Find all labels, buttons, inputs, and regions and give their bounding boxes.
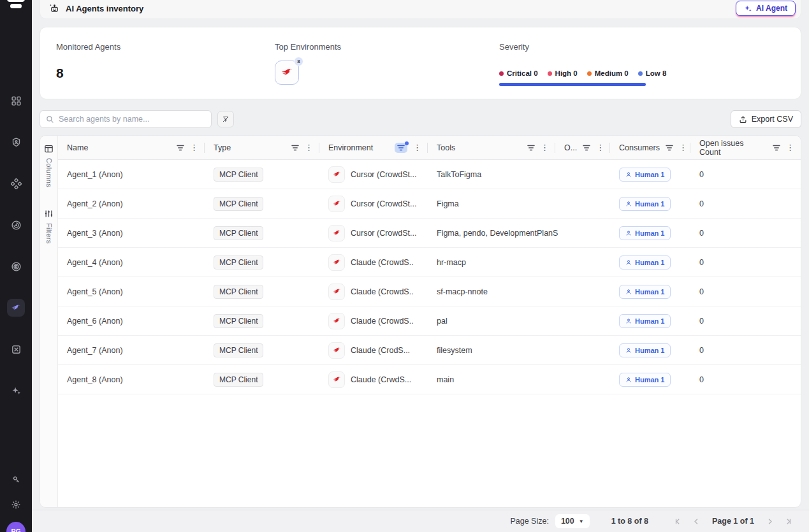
cell-consumers: Human 1	[610, 255, 690, 270]
cell-consumers: Human 1	[610, 285, 690, 299]
column-menu-icon[interactable]: ⋮	[413, 143, 421, 152]
cell-name: Agent_5 (Anon)	[58, 287, 205, 296]
falcon-icon	[328, 196, 345, 212]
sidebar-item-mesh[interactable]	[7, 340, 25, 358]
sidebar-item-dashboard[interactable]	[7, 92, 25, 110]
column-menu-icon[interactable]: ⋮	[190, 143, 198, 152]
table-toolbar: Export CSV	[40, 110, 801, 129]
ai-agents-falcon-icon	[10, 302, 22, 313]
cell-open-issues: 0	[690, 229, 801, 238]
tab-filters[interactable]: Filters	[44, 209, 54, 244]
tab-columns[interactable]: Columns	[44, 144, 54, 187]
ai-agent-button-label: AI Agent	[756, 4, 787, 13]
clear-filter-button[interactable]	[217, 111, 234, 127]
cell-environment: Claude (CrwdS...	[319, 371, 428, 388]
ai-agent-button[interactable]: AI Agent	[736, 1, 796, 16]
type-badge: MCP Client	[214, 197, 263, 211]
cell-type: MCP Client	[205, 373, 319, 387]
cell-tools: filesystem	[428, 346, 555, 355]
column-header-tools[interactable]: Tools ⋮	[428, 136, 555, 159]
severity-bar	[499, 83, 646, 86]
consumer-badge[interactable]: Human 1	[619, 314, 671, 328]
filter-icon[interactable]	[177, 145, 184, 151]
sidebar-item-radar[interactable]	[7, 216, 25, 234]
cell-environment: Claude (CrowdS..	[319, 284, 428, 300]
consumer-badge[interactable]: Human 1	[619, 197, 671, 211]
cell-tools: hr-macp	[428, 258, 555, 267]
consumer-badge[interactable]: Human 1	[619, 285, 671, 299]
consumer-badge[interactable]: Human 1	[619, 168, 671, 182]
cell-tools: pal	[428, 317, 555, 326]
cell-type: MCP Client	[205, 197, 319, 211]
person-icon	[625, 259, 632, 266]
cell-name: Agent_8 (Anon)	[58, 375, 205, 384]
column-header-environment[interactable]: Environment ⋮	[319, 136, 428, 159]
sidebar-item-policies[interactable]	[7, 257, 25, 275]
page-size-select[interactable]: 100▼	[555, 514, 590, 528]
sidebar-item-ai-agents[interactable]	[7, 299, 25, 317]
falcon-icon	[328, 371, 345, 388]
severity-dot-icon	[638, 71, 643, 76]
column-header-type[interactable]: Type ⋮	[205, 136, 319, 159]
consumer-badge[interactable]: Human 1	[619, 373, 671, 387]
person-icon	[625, 289, 632, 295]
settings-gear-icon[interactable]	[8, 496, 24, 513]
table-row[interactable]: Agent_7 (Anon) MCP Client Claude (CrodS.…	[58, 336, 801, 365]
environment-count-badge: 8	[294, 57, 303, 66]
filter-icon[interactable]	[666, 145, 673, 151]
consumer-badge[interactable]: Human 1	[619, 226, 671, 240]
table-side-rail: Columns Filters	[40, 136, 58, 507]
type-badge: MCP Client	[214, 314, 263, 328]
cell-consumers: Human 1	[610, 314, 690, 328]
cell-name: Agent_2 (Anon)	[58, 199, 205, 208]
column-menu-icon[interactable]: ⋮	[596, 143, 604, 152]
column-menu-icon[interactable]: ⋮	[305, 143, 313, 152]
table-row[interactable]: Agent_8 (Anon) MCP Client Claude (CrwdS.…	[58, 365, 801, 394]
tab-filters-label: Filters	[45, 223, 53, 244]
consumer-badge[interactable]: Human 1	[619, 343, 671, 357]
filter-active-icon[interactable]	[395, 143, 407, 153]
cell-type: MCP Client	[205, 226, 319, 240]
column-header-open-issues[interactable]: Open issues Count ⋮	[690, 136, 801, 159]
policies-record-icon	[11, 261, 22, 272]
environment-tile[interactable]: 8	[275, 61, 299, 85]
user-avatar[interactable]: RG	[6, 522, 26, 532]
table-row[interactable]: Agent_2 (Anon) MCP Client Cursor (CrowdS…	[58, 189, 801, 219]
table-row[interactable]: Agent_5 (Anon) MCP Client Claude (CrowdS…	[58, 277, 801, 306]
consumer-badge[interactable]: Human 1	[619, 255, 671, 270]
api-key-icon[interactable]	[8, 471, 24, 487]
first-page-icon[interactable]	[674, 517, 682, 526]
sidebar-item-ai-tools[interactable]	[7, 382, 25, 399]
sidebar-item-integrations[interactable]	[7, 175, 25, 192]
type-badge: MCP Client	[214, 168, 263, 182]
column-header-consumers[interactable]: Consumers ⋮	[610, 136, 690, 159]
export-csv-button[interactable]: Export CSV	[731, 110, 801, 128]
falcon-icon	[280, 66, 294, 80]
cell-open-issues: 0	[690, 170, 801, 179]
next-page-icon[interactable]	[766, 517, 774, 526]
prev-page-icon[interactable]	[692, 517, 701, 526]
cell-environment: Cursor (CrowdSt...	[319, 225, 428, 241]
column-menu-icon[interactable]: ⋮	[786, 143, 794, 152]
cell-open-issues: 0	[690, 287, 801, 296]
table-row[interactable]: Agent_1 (Anon) MCP Client Cursor (CrowdS…	[58, 160, 801, 189]
column-menu-icon[interactable]: ⋮	[541, 143, 549, 152]
cell-environment: Cursor (CrowdSt...	[319, 166, 428, 183]
column-menu-icon[interactable]: ⋮	[679, 143, 687, 152]
column-header-o[interactable]: O... ⋮	[555, 136, 610, 159]
sidebar: RG	[0, 0, 32, 532]
filter-icon[interactable]	[583, 145, 590, 151]
filter-icon[interactable]	[527, 145, 535, 151]
filter-icon[interactable]	[773, 145, 780, 151]
filter-icon[interactable]	[291, 145, 299, 151]
table-row[interactable]: Agent_4 (Anon) MCP Client Claude (CrowdS…	[58, 248, 801, 277]
search-input[interactable]	[59, 115, 205, 124]
table-row[interactable]: Agent_3 (Anon) MCP Client Cursor (CrowdS…	[58, 219, 801, 248]
cell-type: MCP Client	[205, 314, 319, 328]
falcon-icon	[328, 225, 345, 241]
monitored-agents-label: Monitored Agents	[56, 42, 120, 52]
last-page-icon[interactable]	[784, 517, 792, 526]
sidebar-item-identity[interactable]	[7, 133, 25, 151]
table-row[interactable]: Agent_6 (Anon) MCP Client Claude (CrowdS…	[58, 306, 801, 336]
column-header-name[interactable]: Name ⋮	[58, 136, 205, 159]
